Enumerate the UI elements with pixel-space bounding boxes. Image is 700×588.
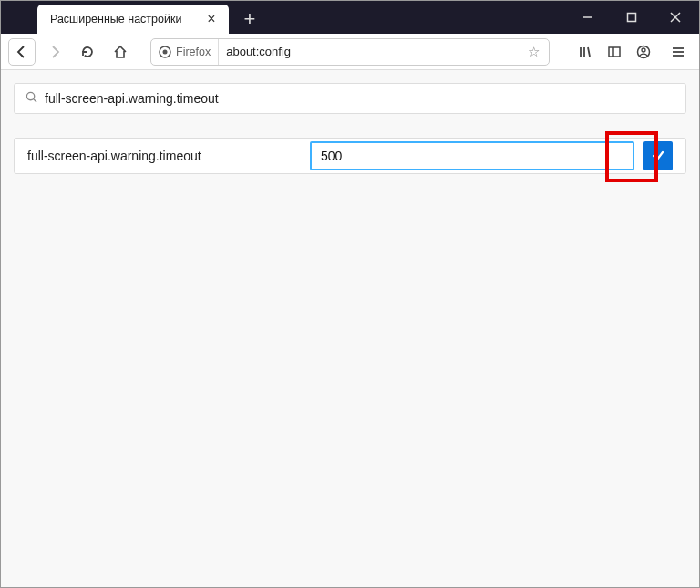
- svg-line-17: [34, 99, 36, 102]
- save-button[interactable]: [643, 141, 673, 170]
- browser-tab[interactable]: Расширенные настройки ×: [37, 5, 229, 34]
- minimize-icon[interactable]: [570, 4, 606, 31]
- menu-icon[interactable]: [664, 38, 692, 66]
- url-input[interactable]: [219, 45, 519, 58]
- titlebar: Расширенные настройки × +: [1, 1, 699, 34]
- config-search-input[interactable]: [45, 91, 674, 106]
- url-bar[interactable]: Firefox ☆: [150, 38, 550, 66]
- svg-point-16: [26, 92, 34, 99]
- svg-rect-9: [609, 47, 620, 57]
- pref-value-input[interactable]: [310, 141, 634, 170]
- window-controls: [570, 1, 694, 34]
- bookmark-star-icon[interactable]: ☆: [519, 44, 549, 60]
- firefox-icon: [159, 46, 171, 58]
- tab-title: Расширенные настройки: [50, 13, 203, 26]
- sidebar-icon[interactable]: [601, 38, 628, 66]
- svg-line-8: [588, 47, 590, 57]
- check-icon: [651, 149, 665, 163]
- home-button[interactable]: [107, 38, 134, 66]
- search-icon: [26, 91, 37, 106]
- pref-row: full-screen-api.warning.timeout: [14, 138, 686, 174]
- forward-button[interactable]: [41, 38, 68, 66]
- identity-label: Firefox: [176, 46, 211, 58]
- svg-rect-1: [628, 14, 636, 22]
- maximize-icon[interactable]: [613, 4, 650, 31]
- config-search-row: [14, 83, 686, 114]
- svg-point-5: [163, 49, 168, 54]
- close-tab-icon[interactable]: ×: [203, 11, 220, 27]
- svg-point-12: [642, 48, 645, 52]
- reload-button[interactable]: [74, 38, 101, 66]
- close-window-icon[interactable]: [657, 4, 694, 31]
- back-button[interactable]: [8, 38, 36, 66]
- pref-name: full-screen-api.warning.timeout: [27, 149, 310, 163]
- account-icon[interactable]: [630, 38, 657, 66]
- config-page: full-screen-api.warning.timeout: [1, 70, 699, 588]
- library-icon[interactable]: [571, 38, 599, 66]
- navbar: Firefox ☆: [1, 34, 699, 70]
- identity-box[interactable]: Firefox: [151, 39, 219, 65]
- new-tab-button[interactable]: +: [236, 5, 263, 33]
